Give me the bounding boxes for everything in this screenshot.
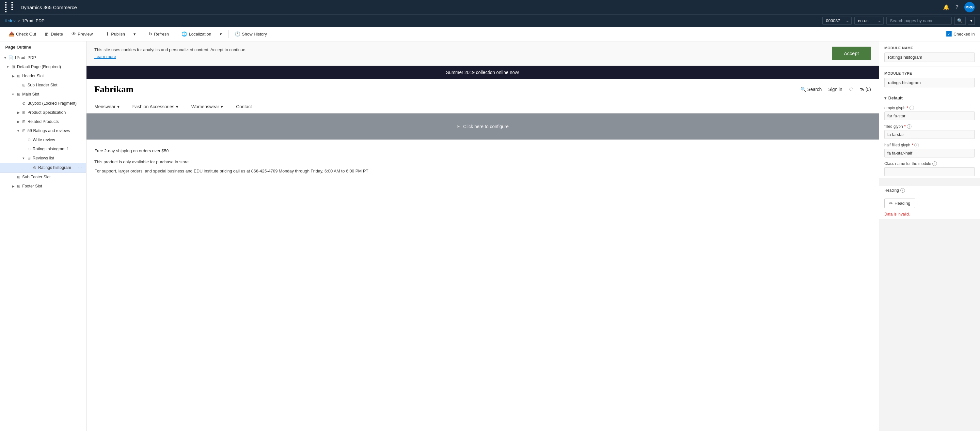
- show-history-button[interactable]: 🕒 Show History: [231, 29, 270, 38]
- store-dropdown[interactable]: 000037: [822, 17, 852, 25]
- checkout-icon: 📤: [9, 31, 14, 36]
- preview-button[interactable]: 👁 Preview: [68, 29, 96, 38]
- tree-item-sub-footer[interactable]: ⊞ Sub Footer Slot: [0, 173, 86, 182]
- tree-label-sub-header: Sub Header Slot: [27, 83, 84, 87]
- tree-item-reviews-list[interactable]: ▾ ⊞ Reviews list: [0, 154, 86, 163]
- checked-in-label: Checked in: [953, 32, 975, 36]
- tree-item-ratings-reviews[interactable]: ▾ ⊞ 59 Ratings and reviews: [0, 126, 86, 135]
- breadcrumb-link[interactable]: fedev: [5, 18, 16, 23]
- edit-pencil-icon: ✏: [889, 201, 893, 206]
- tree-item-write-review[interactable]: ⊙ Write review: [0, 135, 86, 144]
- tree-label-write-review: Write review: [33, 138, 84, 142]
- tree-item-buybox[interactable]: ⊙ Buybox (Locked Fragment): [0, 99, 86, 108]
- tree-item-product-spec[interactable]: ▶ ⊞ Product Specification: [0, 108, 86, 117]
- tree-toggle-header[interactable]: ▶: [10, 74, 16, 78]
- top-nav-icons: 🔔 ? MRG: [943, 2, 975, 13]
- menu-item-contact[interactable]: Contact: [236, 104, 252, 109]
- tree-item-footer-slot[interactable]: ▶ ⊞ Footer Slot: [0, 182, 86, 191]
- heading-editor: ✏ Heading: [879, 196, 980, 211]
- signin-link[interactable]: Sign in: [828, 87, 842, 92]
- main-layout: Page Outline ▾ 📄 1Prod_PDP ▾ ⊞ Default P…: [0, 41, 980, 431]
- tree-toggle-related[interactable]: ▶: [16, 120, 21, 124]
- localization-button[interactable]: 🌐 Localization: [178, 29, 215, 38]
- heading-field-label: Heading i: [885, 188, 975, 193]
- wishlist-icon[interactable]: ♡: [849, 87, 853, 92]
- breadcrumb-bar: fedev > 1Prod_PDP 000037 en-us 🔍 ▾: [0, 14, 980, 27]
- tree-toggle-default[interactable]: ▾: [5, 65, 10, 69]
- store-only-text: This product is only available for purch…: [94, 158, 871, 166]
- empty-glyph-info[interactable]: i: [910, 106, 914, 110]
- tree-item-main-slot[interactable]: ▾ ⊞ Main Slot: [0, 90, 86, 99]
- tree-toggle-reviews-list[interactable]: ▾: [21, 156, 26, 160]
- tree-label-default-page: Default Page (Required): [17, 65, 84, 69]
- filled-glyph-info[interactable]: i: [907, 124, 912, 129]
- locale-dropdown-wrapper[interactable]: en-us: [854, 17, 884, 25]
- toolbar-divider-1: [99, 30, 99, 38]
- default-chevron: ▾: [885, 96, 886, 100]
- default-section-header[interactable]: ▾ Default: [879, 92, 980, 104]
- tree-toggle-ratings[interactable]: ▾: [16, 129, 21, 133]
- heading-row: Heading i: [879, 186, 980, 196]
- empty-glyph-value: far fa-star: [885, 111, 975, 120]
- tree-item-related-products[interactable]: ▶ ⊞ Related Products: [0, 117, 86, 126]
- sidebar: Page Outline ▾ 📄 1Prod_PDP ▾ ⊞ Default P…: [0, 41, 86, 431]
- menu-item-menswear[interactable]: Menswear ▾: [94, 104, 119, 109]
- tree-item-1prod-pdp[interactable]: ▾ 📄 1Prod_PDP: [0, 53, 86, 62]
- tree-toggle-product-spec[interactable]: ▶: [16, 111, 21, 115]
- publish-dropdown[interactable]: ▾: [130, 30, 139, 38]
- tree-item-sub-header[interactable]: ⊞ Sub Header Slot: [0, 81, 86, 90]
- canvas-area: This site uses cookies for analytics and…: [86, 41, 879, 431]
- search-nav-icon[interactable]: 🔍 Search: [800, 87, 822, 92]
- publish-button[interactable]: ⬆ Publish: [102, 29, 129, 38]
- tree-more-histogram[interactable]: ···: [77, 164, 83, 171]
- heading-edit-button[interactable]: ✏ Heading: [885, 198, 915, 208]
- user-avatar[interactable]: MRG: [964, 2, 975, 13]
- help-icon[interactable]: ?: [956, 4, 958, 10]
- locale-dropdown[interactable]: en-us: [854, 17, 884, 25]
- delete-button[interactable]: 🗑 Delete: [41, 29, 67, 38]
- refresh-button[interactable]: ↻ Refresh: [145, 29, 173, 38]
- tree-item-ratings-histogram[interactable]: ⊙ Ratings histogram ···: [0, 163, 86, 173]
- filled-glyph-row: filled glyph * i fa fa-star: [879, 122, 980, 141]
- notification-icon[interactable]: 🔔: [943, 4, 950, 10]
- app-grid-icon[interactable]: [5, 2, 17, 13]
- learn-more-link[interactable]: Learn more: [94, 54, 116, 59]
- tree-item-ratings-histogram-1[interactable]: ⊙ Ratings histogram 1: [0, 144, 86, 154]
- tree-toggle-footer[interactable]: ▶: [10, 184, 16, 189]
- cookie-message: This site uses cookies for analytics and…: [94, 47, 247, 52]
- half-filled-glyph-info[interactable]: i: [915, 143, 919, 147]
- localization-dropdown[interactable]: ▾: [216, 30, 226, 38]
- store-dropdown-wrapper[interactable]: 000037: [822, 17, 852, 25]
- tree-toggle-1prod[interactable]: ▾: [3, 56, 8, 60]
- support-text: For support, larger orders, and special …: [94, 168, 871, 175]
- menu-item-womenswear[interactable]: Womenswear ▾: [191, 104, 223, 109]
- configure-area[interactable]: ✂ Click here to configure: [86, 114, 879, 139]
- module-name-input[interactable]: [885, 52, 975, 62]
- tree-item-header-slot[interactable]: ▶ ⊞ Header Slot: [0, 71, 86, 81]
- page-search-button[interactable]: 🔍: [954, 17, 966, 25]
- page-search-input[interactable]: [886, 17, 951, 25]
- module-type-input[interactable]: [885, 78, 975, 87]
- right-panel: MODULE NAME Module Type ▾ Default empty …: [879, 41, 980, 431]
- tree-item-default-page[interactable]: ▾ ⊞ Default Page (Required): [0, 62, 86, 71]
- tree-toggle-main[interactable]: ▾: [10, 92, 16, 97]
- empty-glyph-label: empty glyph * i: [885, 106, 975, 110]
- slot-icon-sub-footer: ⊞: [16, 175, 22, 179]
- configure-text: Click here to configure: [463, 124, 509, 129]
- menswear-label: Menswear: [94, 104, 116, 109]
- heading-info[interactable]: i: [900, 188, 905, 193]
- checkout-button[interactable]: 📤 Check Out: [5, 29, 40, 38]
- preview-icon: 👁: [72, 31, 76, 36]
- toolbar-divider-4: [228, 30, 229, 38]
- breadcrumb-current: 1Prod_PDP: [22, 18, 45, 23]
- show-history-label: Show History: [242, 32, 267, 36]
- class-name-info[interactable]: i: [932, 162, 937, 166]
- tree-label-ratings-histogram: Ratings histogram: [38, 165, 77, 170]
- cart-icon[interactable]: 🛍 (0): [859, 87, 871, 92]
- store-nav: Fabrikam 🔍 Search Sign in ♡ 🛍 (0): [86, 79, 879, 100]
- accept-button[interactable]: Accept: [832, 47, 871, 60]
- menu-item-fashion[interactable]: Fashion Accessories ▾: [132, 104, 178, 109]
- page-search-expand[interactable]: ▾: [968, 17, 975, 25]
- delete-icon: 🗑: [45, 31, 49, 36]
- checked-in-checkbox[interactable]: ✓: [947, 31, 951, 36]
